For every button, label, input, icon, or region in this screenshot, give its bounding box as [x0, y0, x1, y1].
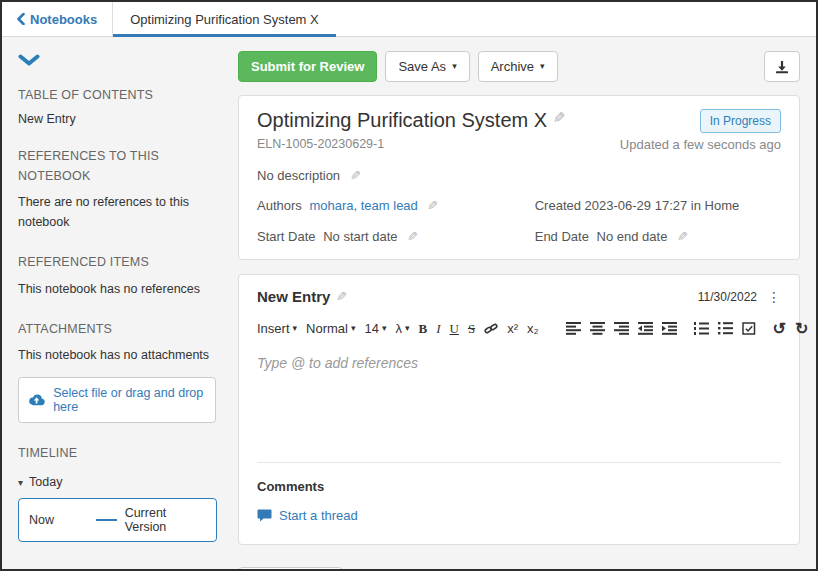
notebook-summary-card: Optimizing Purification System X ✎ In Pr… — [238, 95, 800, 260]
checklist-button[interactable] — [742, 322, 756, 335]
download-icon — [775, 60, 789, 74]
edit-start-date-icon[interactable]: ✎ — [407, 229, 418, 244]
toc-item-new-entry[interactable]: New Entry — [18, 112, 216, 126]
outdent-button[interactable] — [638, 322, 653, 335]
comment-bubble-icon — [257, 509, 272, 522]
caret-down-icon: ▾ — [452, 62, 457, 71]
add-entry-button[interactable]: + Add Entry — [238, 567, 343, 569]
edit-authors-icon[interactable]: ✎ — [427, 198, 438, 213]
action-toolbar: Submit for Review Save As ▾ Archive ▾ — [238, 51, 800, 82]
description-text: No description — [257, 168, 340, 183]
redo-button[interactable]: ↻ — [795, 319, 808, 338]
comments-heading: Comments — [257, 479, 781, 494]
attachments-empty-text: This notebook has no attachments — [18, 345, 216, 365]
description-row: No description ✎ — [257, 168, 781, 183]
main-content: Submit for Review Save As ▾ Archive ▾ Op… — [232, 37, 816, 569]
referenced-items-empty-text: This notebook has no references — [18, 279, 216, 299]
caret-down-icon: ▾ — [540, 62, 545, 71]
insert-dropdown[interactable]: Insert▾ — [257, 321, 297, 336]
entry-date[interactable]: 11/30/2022 — [698, 290, 757, 304]
version-line-icon — [96, 519, 117, 521]
align-left-icon — [566, 322, 581, 335]
entry-title: New Entry — [257, 288, 330, 305]
timeline-group-label: Today — [29, 475, 62, 489]
paragraph-style-dropdown[interactable]: Normal▾ — [306, 321, 355, 336]
entry-card: New Entry ✎ 11/30/2022 ⋮ Insert▾ Normal▾… — [238, 274, 800, 545]
start-date-row: Start Date No start date ✎ — [257, 229, 535, 244]
referenced-items-heading: REFERENCED ITEMS — [18, 253, 216, 272]
status-badge: In Progress — [700, 109, 781, 133]
back-link-label: Notebooks — [30, 12, 97, 27]
references-empty-text: There are no references to this notebook — [18, 192, 198, 232]
unordered-list-icon — [718, 322, 733, 335]
editor-placeholder: Type @ to add references — [257, 355, 418, 371]
edit-description-icon[interactable]: ✎ — [350, 168, 361, 183]
superscript-button[interactable]: x² — [507, 321, 518, 336]
link-icon — [484, 322, 498, 335]
timeline-heading: TIMELINE — [18, 444, 216, 463]
entry-rich-text-editor[interactable]: Type @ to add references — [257, 338, 781, 434]
authors-links[interactable]: mohara, team lead — [309, 198, 417, 213]
comments-divider — [257, 462, 781, 463]
caret-down-icon: ▾ — [18, 477, 23, 488]
authors-row: Authors mohara, team lead ✎ — [257, 198, 535, 213]
checklist-icon — [742, 322, 756, 335]
end-date-value: No end date — [597, 229, 668, 244]
outdent-icon — [638, 322, 653, 335]
font-size-dropdown[interactable]: 14▾ — [364, 321, 386, 336]
end-date-row: End Date No end date ✎ — [535, 229, 781, 244]
timeline-current-version[interactable]: Now Current Version — [18, 498, 217, 542]
align-right-button[interactable] — [614, 322, 629, 335]
save-as-dropdown-button[interactable]: Save As ▾ — [385, 51, 469, 82]
caret-down-icon: ▾ — [351, 324, 356, 333]
chevron-left-icon — [17, 13, 25, 25]
align-left-button[interactable] — [566, 322, 581, 335]
align-center-icon — [590, 322, 605, 335]
created-text: Created 2023-06-29 17:27 in Home — [535, 198, 740, 213]
undo-button[interactable]: ↺ — [773, 319, 786, 338]
collapse-sidebar-icon[interactable] — [18, 54, 40, 70]
notebook-id: ELN-1005-20230629-1 — [257, 137, 384, 152]
start-thread-link[interactable]: Start a thread — [257, 508, 358, 523]
submit-for-review-button[interactable]: Submit for Review — [238, 51, 377, 82]
back-to-notebooks-link[interactable]: Notebooks — [2, 2, 112, 36]
tab-notebook-title[interactable]: Optimizing Purification System X — [112, 2, 336, 36]
notebook-title: Optimizing Purification System X — [257, 109, 547, 132]
attachments-heading: ATTACHMENTS — [18, 320, 216, 339]
editor-toolbar: Insert▾ Normal▾ 14▾ λ▾ B I U S x² x₂ — [257, 319, 781, 338]
ordered-list-button[interactable] — [694, 322, 709, 335]
archive-dropdown-button[interactable]: Archive ▾ — [478, 51, 558, 82]
caret-down-icon: ▾ — [382, 324, 387, 333]
timeline-now-label: Now — [29, 513, 54, 527]
export-download-button[interactable] — [764, 51, 800, 82]
archive-label: Archive — [491, 59, 534, 74]
caret-down-icon: ▾ — [293, 324, 298, 333]
unordered-list-button[interactable] — [718, 322, 733, 335]
entry-menu-kebab-icon[interactable]: ⋮ — [767, 289, 781, 305]
align-right-icon — [614, 322, 629, 335]
edit-end-date-icon[interactable]: ✎ — [677, 229, 688, 244]
italic-button[interactable]: I — [436, 321, 440, 337]
link-button[interactable] — [484, 322, 498, 335]
references-heading: REFERENCES TO THIS NOTEBOOK — [18, 147, 188, 186]
save-as-label: Save As — [398, 59, 446, 74]
special-character-dropdown[interactable]: λ▾ — [395, 321, 409, 336]
timeline-version-label: Current Version — [125, 506, 206, 534]
app-window: Notebooks Optimizing Purification System… — [0, 0, 818, 571]
edit-title-icon[interactable]: ✎ — [553, 109, 566, 127]
subscript-button[interactable]: x₂ — [527, 321, 539, 336]
file-upload-dropzone[interactable]: Select file or drag and drop here — [18, 377, 216, 423]
sidebar: TABLE OF CONTENTS New Entry REFERENCES T… — [2, 37, 232, 569]
align-center-button[interactable] — [590, 322, 605, 335]
start-date-label: Start Date — [257, 229, 316, 244]
edit-entry-title-icon[interactable]: ✎ — [336, 289, 347, 304]
ordered-list-icon — [694, 322, 709, 335]
underline-button[interactable]: U — [450, 321, 459, 337]
top-tab-bar: Notebooks Optimizing Purification System… — [2, 2, 816, 37]
toc-heading: TABLE OF CONTENTS — [18, 86, 216, 105]
strikethrough-button[interactable]: S — [468, 321, 475, 337]
timeline-group-today[interactable]: ▾ Today — [18, 475, 216, 489]
bold-button[interactable]: B — [419, 321, 428, 337]
indent-button[interactable] — [662, 322, 677, 335]
start-date-value: No start date — [323, 229, 397, 244]
